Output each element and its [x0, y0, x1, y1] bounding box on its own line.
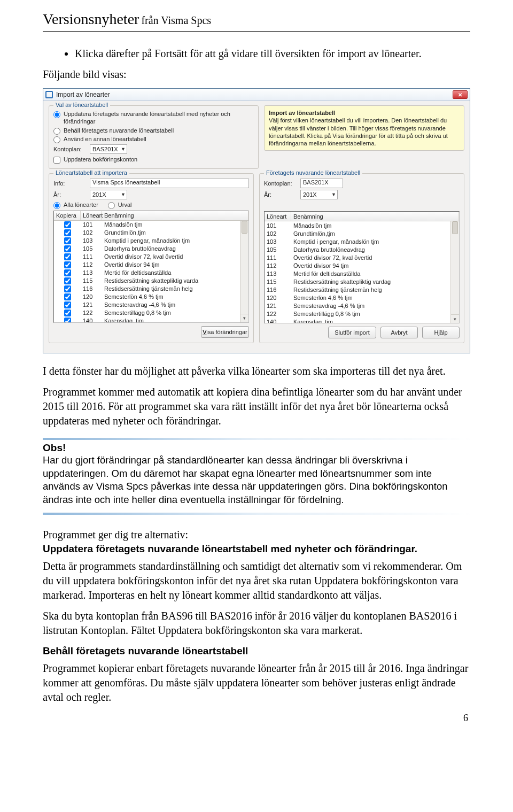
scrollbar-thumb[interactable] — [242, 221, 247, 234]
chevron-down-icon[interactable]: ▾ — [240, 314, 248, 322]
cell-benamning: Semesterlön 4,6 % tjm — [291, 295, 459, 301]
radio-alla-lonearter[interactable]: Alla lönearter — [53, 201, 98, 208]
group-legend: Val av löneartstabell — [53, 102, 110, 108]
paragraph: Ska du byta kontoplan från BAS96 till BA… — [43, 609, 470, 638]
ar-combo[interactable]: 201X ▼ — [90, 190, 127, 199]
alt2-heading: Behåll företagets nuvarande löneartstabe… — [43, 645, 470, 657]
slutfor-import-button[interactable]: Slutför import — [328, 327, 376, 338]
table-row[interactable]: 120Semesterlön 4,6 % tjm — [54, 293, 248, 301]
table-left[interactable]: Kopiera Löneart Benämning 101Månadslön t… — [53, 211, 249, 323]
info-label: Info: — [53, 180, 87, 187]
table-row[interactable]: 113Mertid för deltidsanställda — [265, 269, 459, 277]
scrollbar[interactable]: ▾ — [450, 221, 459, 323]
col-loneart[interactable]: Löneart — [265, 212, 291, 221]
table-row[interactable]: 140Karensdag, tjm — [265, 318, 459, 323]
cell-benamning: Restidsersättning skattepliktig varda — [102, 277, 248, 284]
table-row[interactable]: 113Mertid för deltidsanställda — [54, 269, 248, 277]
avbryt-button[interactable]: Avbryt — [380, 327, 418, 338]
obs-body: Har du gjort förändringar på standardlön… — [43, 454, 470, 506]
cell-kopiera[interactable] — [54, 316, 81, 323]
table-row[interactable]: 121Semesteravdrag -4,6 % tjm — [265, 301, 459, 310]
group-loneartstabell-att-importera: Löneartstabell att importera Info: Visma… — [49, 173, 254, 343]
table-row[interactable]: 105Datorhyra bruttolöneavdrag — [54, 245, 248, 253]
kontoplan-input[interactable]: BAS201X — [300, 179, 343, 188]
cell-loneart: 121 — [81, 301, 102, 308]
chevron-down-icon: ▼ — [121, 146, 126, 152]
table-row[interactable]: 101Månadslön tjm — [265, 221, 459, 229]
hjalp-button[interactable]: Hjälp — [422, 327, 460, 338]
dialog-import-lonearter: Import av lönearter ✕ Val av löneartstab… — [43, 88, 470, 353]
close-icon[interactable]: ✕ — [453, 90, 468, 99]
table-row[interactable]: 105Datorhyra bruttolöneavdrag — [265, 245, 459, 253]
col-kopiera[interactable]: Kopiera — [54, 211, 81, 220]
radio-option-keep[interactable]: Behåll företagets nuvarande löneartstabe… — [53, 127, 254, 134]
cell-benamning: Övertid divisor 72, kval övertid — [291, 254, 459, 261]
ar-combo[interactable]: 201X ▼ — [300, 190, 338, 199]
cell-benamning: Grundtimlön,tjm — [291, 230, 459, 237]
cell-benamning: Övertid divisor 94 tjm — [102, 261, 248, 268]
scrollbar-thumb[interactable] — [452, 221, 458, 234]
cell-benamning: Semesterlön 4,6 % tjm — [102, 293, 248, 300]
col-benamning[interactable]: Benämning — [291, 212, 459, 221]
radio-input[interactable] — [53, 128, 60, 135]
page-header: Versionsnyheter från Visma Spcs — [43, 11, 470, 28]
radio-label: Behåll företagets nuvarande löneartstabe… — [64, 127, 174, 134]
cell-loneart: 122 — [81, 310, 102, 316]
table-row[interactable]: 103Komptid i pengar, månadslön tjm — [54, 237, 248, 245]
table-row[interactable]: 120Semesterlön 4,6 % tjm — [265, 293, 459, 301]
table-row[interactable]: 115Restidsersättning skattepliktig varda — [54, 277, 248, 285]
radio-input[interactable] — [108, 202, 115, 209]
radio-option-other[interactable]: Använd en annan löneartstabell — [53, 135, 254, 143]
table-row[interactable]: 102Grundtimlön,tjm — [54, 229, 248, 237]
col-loneart[interactable]: Löneart — [81, 211, 102, 220]
cell-loneart: 111 — [81, 253, 102, 260]
radio-input[interactable] — [53, 202, 60, 209]
table-row[interactable]: 112Övertid divisor 94 tjm — [265, 261, 459, 269]
cell-benamning: Semestertillägg 0,8 % tjm — [291, 311, 459, 317]
cell-benamning: Restidsersättning skattepliktig vardag — [291, 279, 459, 285]
visa-forandringar-button[interactable]: VVisa förändringar — [201, 326, 249, 338]
col-benamning[interactable]: Benämning — [102, 211, 248, 220]
radio-input[interactable] — [53, 136, 60, 143]
radio-urval[interactable]: Urval — [108, 201, 141, 208]
table-row[interactable]: 112Övertid divisor 94 tjm — [54, 261, 248, 269]
info-input[interactable]: Visma Spcs löneartstabell — [90, 179, 249, 188]
table-row[interactable]: 103Komptid i pengar, månadslön tjm — [265, 237, 459, 245]
cell-loneart: 115 — [81, 277, 102, 284]
table-row[interactable]: 122Semestertillägg 0,8 % tjm — [54, 309, 248, 317]
chevron-down-icon: ▼ — [331, 192, 336, 197]
table-row[interactable]: 140Karensdag, tjm — [54, 317, 248, 323]
radio-label: Använd en annan löneartstabell — [64, 135, 146, 143]
table-row[interactable]: 111Övertid divisor 72, kval övertid — [265, 253, 459, 261]
scrollbar[interactable]: ▾ — [240, 221, 248, 322]
ar-label: År: — [53, 191, 87, 198]
table-right[interactable]: Löneart Benämning 101Månadslön tjm102Gru… — [264, 211, 460, 323]
table-row[interactable]: 115Restidsersättning skattepliktig varda… — [265, 277, 459, 285]
cell-benamning: Datorhyra bruttolöneavdrag — [102, 245, 248, 252]
kontoplan-label: Kontoplan: — [53, 146, 87, 152]
intro-text: Följande bild visas: — [43, 67, 470, 82]
note-divider — [43, 513, 470, 515]
checkbox-input[interactable] — [64, 318, 71, 323]
cell-benamning: Semestertillägg 0,8 % tjm — [102, 310, 248, 316]
table-row[interactable]: 122Semestertillägg 0,8 % tjm — [265, 310, 459, 318]
chevron-down-icon[interactable]: ▾ — [451, 314, 459, 323]
table-row[interactable]: 121Semesteravdrag -4,6 % tjm — [54, 301, 248, 309]
checkbox-uppdatera-bokforing[interactable]: Uppdatera bokföringskonton — [53, 156, 254, 163]
cell-benamning: Mertid för deltidsanställda — [102, 269, 248, 276]
table-row[interactable]: 101Månadslön tjm — [54, 221, 248, 229]
cell-loneart: 120 — [265, 295, 291, 301]
cell-loneart: 111 — [265, 254, 291, 261]
table-row[interactable]: 111Övertid divisor 72, kval övertid — [54, 253, 248, 261]
radio-input[interactable] — [53, 111, 60, 118]
checkbox-input[interactable] — [53, 157, 60, 164]
cell-loneart: 121 — [265, 303, 291, 309]
table-row[interactable]: 102Grundtimlön,tjm — [265, 229, 459, 237]
table-row[interactable]: 116Restidsersättning tjänstemän helg — [54, 285, 248, 293]
group-legend: Företagets nuvarande löneartstabell — [264, 169, 362, 176]
table-row[interactable]: 116Restidsersättning tjänstemän helg — [265, 285, 459, 293]
radio-option-update[interactable]: Uppdatera företagets nuvarande löneartst… — [53, 110, 254, 126]
cell-loneart: 120 — [81, 293, 102, 300]
cell-benamning: Komptid i pengar, månadslön tjm — [102, 237, 248, 244]
kontoplan-combo[interactable]: BAS201X ▼ — [90, 144, 127, 154]
